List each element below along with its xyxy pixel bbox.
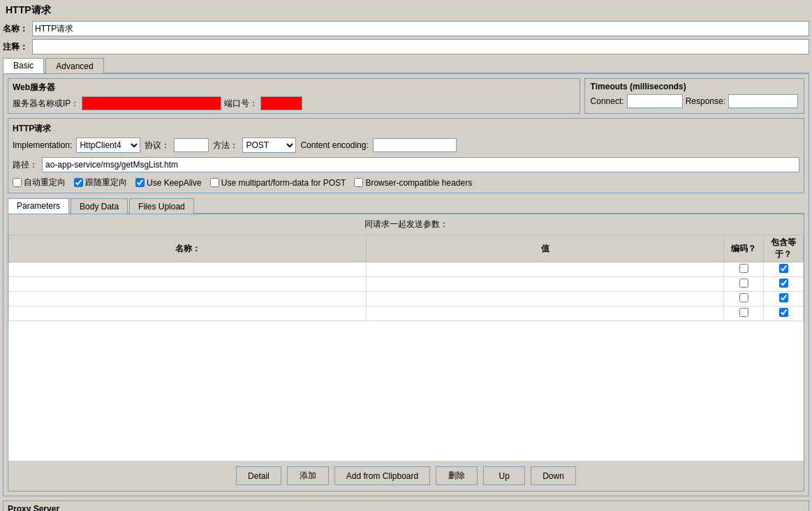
row2-include-cb[interactable] <box>779 279 788 288</box>
browser-compatible-group: Browser-compatible headers <box>354 178 472 188</box>
port-label: 端口号： <box>224 98 258 110</box>
keep-alive-checkbox[interactable] <box>135 178 145 187</box>
multipart-checkbox[interactable] <box>210 178 219 187</box>
tab-basic[interactable]: Basic <box>3 58 44 73</box>
follow-redirect-group: 跟随重定向 <box>74 177 127 188</box>
params-empty-space <box>8 321 804 461</box>
row1-name[interactable] <box>9 262 367 277</box>
row3-encode[interactable] <box>724 292 764 306</box>
col-value-header: 值 <box>367 235 724 262</box>
name-input[interactable] <box>32 21 809 36</box>
web-server-section: Web服务器 服务器名称或IP： 端口号： <box>8 78 580 114</box>
row3-value-input[interactable] <box>369 294 721 304</box>
row4-encode-cb[interactable] <box>739 308 748 317</box>
proxy-server-section: Proxy Server 服务器名称或IP： 端口号： 用户名 密码 <box>3 501 809 511</box>
multipart-label: Use multipart/form-data for POST <box>221 178 346 188</box>
timeouts-row: Connect: Response: <box>591 94 798 108</box>
path-row: 路径： <box>13 157 799 172</box>
name-row: 名称： <box>3 21 809 36</box>
table-row <box>9 306 804 321</box>
row2-include[interactable] <box>764 277 804 292</box>
encoding-label: Content encoding: <box>300 140 368 150</box>
add-button[interactable]: 添加 <box>287 466 329 485</box>
checkboxes-row: 自动重定向 跟随重定向 Use KeepAlive Use multipart/… <box>13 177 799 188</box>
method-select[interactable]: GET POST PUT DELETE HEAD OPTIONS PATCH <box>242 138 296 153</box>
row2-name-input[interactable] <box>12 279 363 290</box>
row1-name-input[interactable] <box>12 265 363 275</box>
row1-encode-cb[interactable] <box>739 264 748 273</box>
proxy-title: Proxy Server <box>8 504 804 511</box>
row3-include[interactable] <box>764 292 804 306</box>
timeouts-section: Timeouts (milliseconds) Connect: Respons… <box>584 78 804 114</box>
row2-name[interactable] <box>9 277 367 292</box>
auto-redirect-label: 自动重定向 <box>24 177 66 188</box>
col-include-header: 包含等于？ <box>764 235 804 262</box>
browser-compatible-checkbox[interactable] <box>354 178 363 187</box>
protocol-input[interactable] <box>174 138 209 152</box>
params-header: 同请求一起发送参数： <box>8 214 804 235</box>
down-button[interactable]: Down <box>531 466 576 485</box>
row2-value[interactable] <box>367 277 724 292</box>
encoding-input[interactable] <box>373 138 457 152</box>
implementation-label: Implementation: <box>13 140 72 150</box>
protocol-label: 协议： <box>145 140 170 151</box>
path-input[interactable] <box>42 157 799 172</box>
row4-value[interactable] <box>367 306 724 321</box>
name-label: 名称： <box>3 23 28 35</box>
path-label: 路径： <box>13 159 38 171</box>
server-ip-input[interactable] <box>82 96 221 110</box>
tab-advanced[interactable]: Advanced <box>45 58 103 73</box>
row2-encode-cb[interactable] <box>739 279 748 288</box>
table-row <box>9 277 804 292</box>
parameters-panel: 同请求一起发送参数： 名称： 值 编码？ 包含等于？ <box>8 214 804 491</box>
row1-include[interactable] <box>764 262 804 277</box>
row1-include-cb[interactable] <box>779 264 788 273</box>
row2-value-input[interactable] <box>369 279 721 290</box>
web-server-timeouts-row: Web服务器 服务器名称或IP： 端口号： Timeouts (millisec… <box>8 78 804 114</box>
col-name-header: 名称： <box>9 235 367 262</box>
keep-alive-label: Use KeepAlive <box>147 178 202 188</box>
tab-body-data[interactable]: Body Data <box>71 198 128 214</box>
row4-include[interactable] <box>764 306 804 321</box>
inner-tabs: Parameters Body Data Files Upload <box>8 198 804 214</box>
params-table: 名称： 值 编码？ 包含等于？ <box>8 235 804 321</box>
http-options-row: Implementation: HttpClient4 HttpClient3.… <box>13 138 799 153</box>
delete-button[interactable]: 删除 <box>436 466 478 485</box>
row3-include-cb[interactable] <box>779 293 788 302</box>
connect-input[interactable] <box>627 94 683 108</box>
row3-name[interactable] <box>9 292 367 306</box>
row3-value[interactable] <box>367 292 724 306</box>
up-button[interactable]: Up <box>483 466 525 485</box>
server-ip-row: 服务器名称或IP： 端口号： <box>13 96 575 110</box>
tab-files-upload[interactable]: Files Upload <box>129 198 194 214</box>
server-ip-label: 服务器名称或IP： <box>13 98 79 110</box>
implementation-select[interactable]: HttpClient4 HttpClient3.1 Java <box>76 138 140 153</box>
page-title: HTTP请求 <box>3 3 809 18</box>
row4-include-cb[interactable] <box>779 308 788 317</box>
buttons-row: Detail 添加 Add from Clipboard 删除 Up Down <box>8 461 804 491</box>
row4-value-input[interactable] <box>369 309 721 319</box>
row1-encode[interactable] <box>724 262 764 277</box>
response-input[interactable] <box>728 94 798 108</box>
row4-name[interactable] <box>9 306 367 321</box>
row4-name-input[interactable] <box>12 309 363 319</box>
connect-label: Connect: <box>591 96 624 106</box>
port-input[interactable] <box>260 96 302 110</box>
row2-encode[interactable] <box>724 277 764 292</box>
col-encode-header: 编码？ <box>724 235 764 262</box>
timeouts-title: Timeouts (milliseconds) <box>591 82 798 91</box>
row1-value[interactable] <box>367 262 724 277</box>
auto-redirect-checkbox[interactable] <box>13 178 22 187</box>
detail-button[interactable]: Detail <box>236 466 281 485</box>
row1-value-input[interactable] <box>369 265 721 275</box>
http-request-section: HTTP请求 Implementation: HttpClient4 HttpC… <box>8 118 804 193</box>
browser-compatible-label: Browser-compatible headers <box>365 178 472 188</box>
comment-input[interactable] <box>32 39 809 54</box>
row3-encode-cb[interactable] <box>739 293 748 302</box>
row4-encode[interactable] <box>724 306 764 321</box>
follow-redirect-checkbox[interactable] <box>74 178 83 187</box>
row3-name-input[interactable] <box>12 294 363 304</box>
method-label: 方法： <box>213 140 238 151</box>
add-from-clipboard-button[interactable]: Add from Clipboard <box>334 466 430 485</box>
tab-parameters[interactable]: Parameters <box>8 198 69 214</box>
